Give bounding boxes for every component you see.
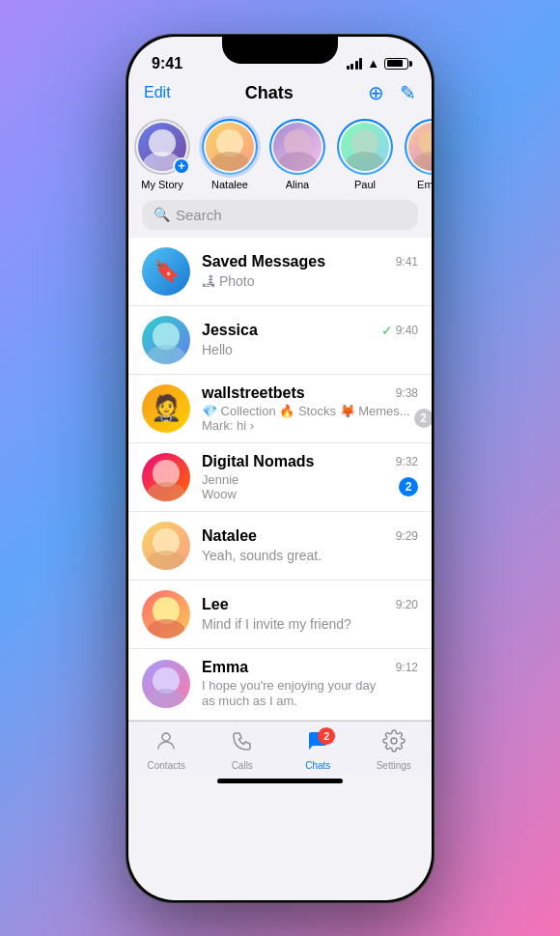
tab-label-chats: Chats [305,760,330,771]
chat-content-wsb: wallstreetbets 9:38 💎 Collection 🔥 Stock… [202,384,418,433]
avatar-natalee [142,522,190,570]
chat-time-lee: 9:20 [396,598,418,611]
chat-name-emma: Emma [202,659,248,676]
chat-preview-natalee: Yeah, sounds great. [202,548,322,563]
settings-icon [382,729,406,758]
home-indicator [217,779,343,783]
story-item-alina[interactable]: Alina [264,119,331,190]
chat-item-natalee[interactable]: Natalee 9:29 Yeah, sounds great. [128,512,432,581]
chat-item-saved[interactable]: 🔖 Saved Messages 9:41 🏞 Photo [128,238,432,306]
badge-wsb: 2 [414,409,432,428]
avatar-wsb: 🤵 [142,384,190,433]
story-name-alina: Alina [286,179,309,190]
tab-bar: Contacts Calls 2 Chats [128,721,432,775]
chat-time-natalee: 9:29 [396,529,418,543]
chat-preview-emma: I hope you're enjoying your day as much … [202,678,385,711]
search-bar-container: 🔍 Search [128,200,432,238]
search-input[interactable]: Search [176,207,222,223]
chat-preview-dn-line2: Woow [202,487,395,501]
page-title: Chats [245,83,294,103]
story-name-mystory: My Story [141,179,182,190]
svg-point-0 [162,733,170,741]
chat-item-emma[interactable]: Emma 9:12 I hope you're enjoying your da… [128,649,432,722]
phone-frame: 9:41 ▲ Edit Chats ⊕ ✎ [126,34,434,903]
calls-icon [231,729,254,758]
tab-settings[interactable]: Settings [356,729,433,771]
tab-contacts[interactable]: Contacts [128,729,205,771]
story-item-mystory[interactable]: + My Story [128,119,196,190]
battery-icon [384,58,408,70]
story-item-natalee[interactable]: Natalee [196,119,264,190]
chat-preview-wsb-line2: Mark: hi › [202,418,410,433]
avatar-dn [142,453,190,501]
notch [222,37,338,64]
avatar-jessica [142,316,190,364]
chat-item-dn[interactable]: Digital Nomads 9:32 Jennie Woow 2 [128,443,432,512]
chats-tab-badge: 2 [318,727,335,745]
svg-point-1 [391,738,397,744]
stories-section: + My Story [128,111,432,200]
chat-item-jessica[interactable]: Jessica ✓ 9:40 Hello [128,306,432,375]
chat-preview-jessica: Hello [202,342,233,357]
tab-label-calls: Calls [232,760,253,771]
status-time: 9:41 [152,55,182,72]
phone-screen: 9:41 ▲ Edit Chats ⊕ ✎ [128,37,432,900]
chat-preview-lee: Mind if I invite my friend? [202,616,351,632]
story-item-emma[interactable]: Emma [399,119,432,190]
chat-name-lee: Lee [202,596,229,613]
header-actions: ⊕ ✎ [368,83,416,102]
chat-name-natalee: Natalee [202,527,257,545]
chat-time-dn: 9:32 [396,455,418,468]
search-bar[interactable]: 🔍 Search [142,200,418,230]
edit-button[interactable]: Edit [144,84,171,101]
story-name-paul: Paul [354,179,376,190]
chat-preview-dn-line1: Jennie [202,472,395,487]
search-icon: 🔍 [154,207,170,222]
tab-label-contacts: Contacts [148,760,185,771]
chats-icon: 2 [306,729,329,758]
chat-content-emma: Emma 9:12 I hope you're enjoying your da… [202,659,418,711]
chat-content-saved: Saved Messages 9:41 🏞 Photo [202,253,418,290]
chat-preview-wsb-line1: 💎 Collection 🔥 Stocks 🦊 Memes... [202,404,410,418]
contacts-icon [154,729,178,758]
saved-messages-avatar: 🔖 [142,247,190,296]
chat-content-jessica: Jessica ✓ 9:40 Hello [202,322,418,358]
wifi-icon: ▲ [367,56,379,71]
chat-item-lee[interactable]: Lee 9:20 Mind if I invite my friend? [128,581,432,649]
chat-list: 🔖 Saved Messages 9:41 🏞 Photo [128,238,432,722]
avatar-lee [142,590,190,638]
badge-dn: 2 [399,477,418,496]
signal-icon [347,58,363,70]
chat-time-saved: 9:41 [396,255,418,269]
chat-item-wsb[interactable]: 🤵 wallstreetbets 9:38 💎 Collection 🔥 Sto… [128,375,432,443]
chat-content-dn: Digital Nomads 9:32 Jennie Woow 2 [202,453,418,501]
chat-name-saved: Saved Messages [202,253,325,270]
check-icon-jessica: ✓ [381,323,393,338]
story-item-paul[interactable]: Paul [331,119,399,190]
add-story-badge: + [173,157,190,175]
chat-name-jessica: Jessica [202,322,258,339]
chat-name-wsb: wallstreetbets [202,384,305,402]
new-group-button[interactable]: ⊕ [368,83,384,102]
nav-header: Edit Chats ⊕ ✎ [128,79,432,111]
bookmark-icon: 🔖 [154,259,180,284]
chat-preview-saved: 🏞 Photo [202,273,254,289]
avatar-emma [142,660,190,708]
compose-button[interactable]: ✎ [400,83,416,102]
chat-content-lee: Lee 9:20 Mind if I invite my friend? [202,596,418,633]
tab-chats[interactable]: 2 Chats [280,729,356,771]
chat-time-jessica: ✓ 9:40 [381,323,418,338]
status-icons: ▲ [347,56,408,71]
story-name-natalee: Natalee [211,179,248,190]
tab-calls[interactable]: Calls [205,729,281,771]
chat-time-emma: 9:12 [396,661,418,674]
tab-label-settings: Settings [377,760,411,771]
story-name-emma: Emma [417,179,432,190]
chat-content-natalee: Natalee 9:29 Yeah, sounds great. [202,527,418,564]
chat-name-dn: Digital Nomads [202,453,314,470]
chat-time-wsb: 9:38 [396,386,418,400]
